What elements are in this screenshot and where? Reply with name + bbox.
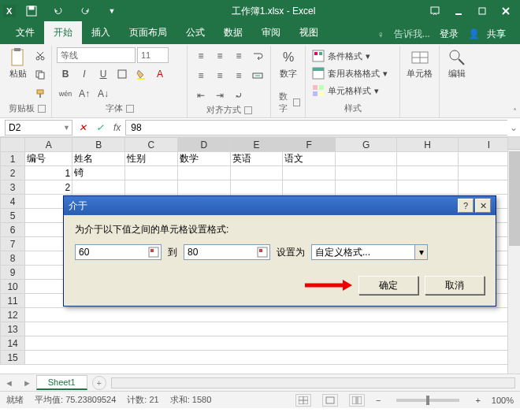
to-input[interactable]: 80	[184, 244, 270, 260]
font-size-dropdown[interactable]: 11	[137, 47, 169, 63]
vertical-scrollbar[interactable]	[507, 137, 520, 374]
cell[interactable]	[25, 322, 520, 336]
conditional-format-button[interactable]: 条件格式 ▾	[310, 49, 372, 63]
range-picker-icon[interactable]	[148, 247, 159, 258]
row-header[interactable]: 12	[1, 308, 25, 322]
tab-home[interactable]: 开始	[44, 21, 82, 44]
zoom-slider[interactable]	[396, 399, 459, 402]
enter-formula-icon[interactable]: ✓	[91, 122, 109, 133]
cell[interactable]: 姓名	[72, 152, 125, 166]
font-color-button[interactable]: A	[151, 65, 169, 83]
dialog-titlebar[interactable]: 介于 ? ✕	[64, 196, 496, 215]
cell[interactable]	[283, 180, 336, 195]
collapse-ribbon-icon[interactable]: ˄	[513, 107, 517, 116]
col-header[interactable]: G	[336, 138, 397, 152]
ok-button[interactable]: 确定	[358, 276, 418, 295]
cell[interactable]	[397, 152, 459, 166]
range-picker-icon[interactable]	[257, 247, 268, 258]
decrease-indent-icon[interactable]: ⇤	[192, 87, 210, 104]
cell[interactable]: 2	[25, 180, 72, 195]
tellme-icon[interactable]: ♀	[373, 26, 389, 43]
wrap-text-icon[interactable]	[249, 47, 266, 65]
tellme-button[interactable]: 告诉我...	[389, 24, 435, 44]
share-button[interactable]: 👤 共享	[463, 24, 515, 44]
zoom-in-button[interactable]: +	[475, 396, 480, 405]
horizontal-scrollbar[interactable]	[111, 377, 515, 388]
from-input[interactable]: 60	[75, 244, 162, 260]
view-page-layout-button[interactable]	[322, 394, 338, 407]
align-center-icon[interactable]: ≡	[211, 67, 228, 84]
tab-file[interactable]: 文件	[6, 21, 44, 44]
zoom-out-button[interactable]: −	[376, 396, 381, 405]
number-launcher[interactable]	[293, 98, 300, 106]
cell[interactable]	[397, 180, 459, 195]
tab-data[interactable]: 数据	[214, 21, 252, 44]
cell[interactable]: 1	[25, 166, 72, 180]
tab-view[interactable]: 视图	[290, 21, 328, 44]
dialog-close-button[interactable]: ✕	[475, 199, 491, 213]
underline-button[interactable]: U	[95, 65, 112, 83]
format-select[interactable]: 自定义格式...▾	[311, 244, 428, 260]
cancel-button[interactable]: 取消	[425, 276, 485, 295]
cell[interactable]: 数学	[177, 152, 230, 166]
align-launcher[interactable]	[244, 106, 252, 114]
minimize-button[interactable]	[448, 2, 470, 20]
cancel-formula-icon[interactable]: ✕	[74, 122, 91, 133]
row-header[interactable]: 2	[1, 166, 25, 180]
expand-formula-icon[interactable]: ⌄	[507, 122, 520, 133]
row-header[interactable]: 4	[1, 195, 25, 209]
cell[interactable]	[397, 166, 459, 180]
sheet-nav-prev-icon[interactable]: ◄	[0, 378, 18, 388]
select-all-corner[interactable]	[1, 138, 25, 152]
cell[interactable]	[230, 166, 283, 180]
cells-button[interactable]: 单元格	[405, 47, 434, 80]
sheet-nav-next-icon[interactable]: ►	[18, 378, 36, 388]
editing-button[interactable]: 编辑	[444, 47, 470, 80]
increase-font-icon[interactable]: A↑	[76, 85, 93, 102]
tab-insert[interactable]: 插入	[82, 21, 120, 44]
add-sheet-button[interactable]: +	[92, 376, 106, 390]
cell[interactable]	[125, 166, 178, 180]
cell[interactable]	[336, 152, 397, 166]
row-header[interactable]: 1	[1, 152, 25, 166]
row-header[interactable]: 10	[1, 280, 25, 294]
increase-indent-icon[interactable]: ⇥	[211, 87, 228, 104]
maximize-button[interactable]	[471, 2, 493, 20]
row-header[interactable]: 15	[1, 351, 25, 365]
format-painter-icon[interactable]	[32, 85, 49, 102]
view-page-break-button[interactable]	[349, 394, 365, 407]
col-header[interactable]: E	[230, 138, 283, 152]
decrease-font-icon[interactable]: A↓	[95, 85, 112, 102]
cell[interactable]	[177, 180, 230, 195]
row-header[interactable]: 6	[1, 223, 25, 237]
view-normal-button[interactable]	[295, 394, 311, 407]
col-header[interactable]: B	[72, 138, 125, 152]
cell[interactable]	[25, 336, 520, 351]
cell[interactable]	[336, 180, 397, 195]
align-bottom-icon[interactable]: ≡	[230, 47, 247, 65]
cell[interactable]	[125, 180, 178, 195]
cell[interactable]	[177, 166, 230, 180]
row-header[interactable]: 8	[1, 251, 25, 266]
bold-button[interactable]: B	[57, 65, 74, 83]
col-header[interactable]: C	[125, 138, 178, 152]
col-header[interactable]: H	[397, 138, 459, 152]
italic-button[interactable]: I	[76, 65, 93, 83]
row-header[interactable]: 3	[1, 180, 25, 195]
col-header[interactable]: D	[177, 138, 230, 152]
cell[interactable]: 语文	[283, 152, 336, 166]
tab-formula[interactable]: 公式	[176, 21, 214, 44]
cell[interactable]	[230, 180, 283, 195]
font-launcher[interactable]	[126, 105, 134, 113]
row-header[interactable]: 9	[1, 266, 25, 280]
cell[interactable]	[25, 351, 520, 365]
fill-color-button[interactable]	[132, 65, 150, 83]
tab-layout[interactable]: 页面布局	[120, 21, 176, 44]
copy-icon[interactable]	[32, 66, 49, 84]
paste-button[interactable]: 粘贴	[8, 47, 28, 80]
row-header[interactable]: 11	[1, 294, 25, 308]
zoom-level[interactable]: 100%	[492, 396, 514, 405]
phonetic-button[interactable]: wén	[57, 85, 74, 102]
col-header[interactable]: A	[25, 138, 72, 152]
cell-styles-button[interactable]: 单元格样式 ▾	[310, 84, 381, 98]
